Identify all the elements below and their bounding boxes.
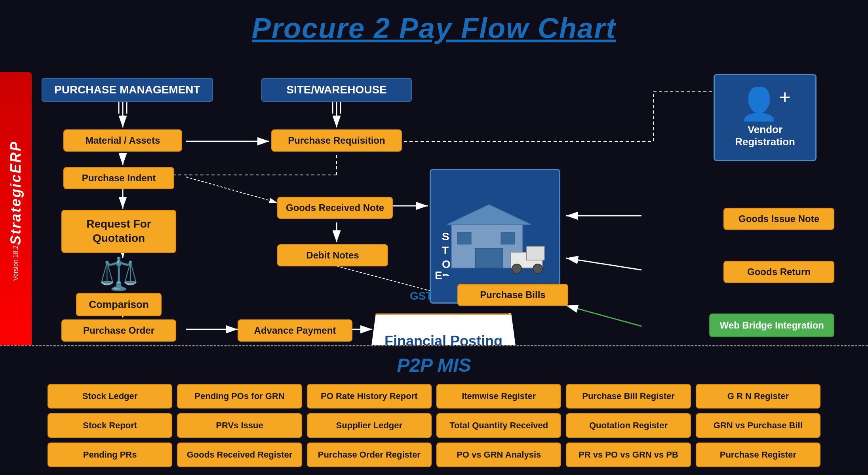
- goods-issue-note-box[interactable]: Goods Issue Note: [723, 208, 834, 230]
- logo-text: StrategicERP: [8, 141, 24, 245]
- p2p-item-7[interactable]: PRVs Issue: [177, 413, 302, 438]
- p2p-item-14[interactable]: Purchase Order Register: [307, 443, 432, 467]
- rfq-label: Request For Quotation: [72, 217, 166, 246]
- vendor-icon: 👤+: [739, 87, 790, 120]
- p2p-item-16[interactable]: PR vs PO vs GRN vs PB: [566, 443, 691, 467]
- main-container: Procure 2 Pay Flow Chart StrategicERP Ve…: [0, 0, 868, 475]
- p2p-item-8[interactable]: Supplier Ledger: [307, 413, 432, 438]
- comparison-label[interactable]: Comparison: [76, 293, 162, 316]
- p2p-grid: Stock LedgerPending POs for GRNPO Rate H…: [40, 384, 828, 467]
- svg-line-29: [566, 258, 641, 270]
- p2p-item-6[interactable]: Stock Report: [48, 413, 172, 438]
- p2p-item-13[interactable]: Goods Received Register: [177, 443, 302, 467]
- svg-text:T: T: [442, 244, 449, 256]
- advance-payment-box[interactable]: Advance Payment: [238, 319, 352, 342]
- p2p-section: P2P MIS Stock LedgerPending POs for GRNP…: [0, 345, 868, 475]
- p2p-item-11[interactable]: GRN vs Purchase Bill: [696, 413, 820, 438]
- p2p-item-10[interactable]: Quotation Register: [566, 413, 691, 438]
- svg-rect-38: [475, 248, 503, 268]
- svg-point-44: [533, 264, 542, 274]
- rfq-box[interactable]: Request For Quotation: [61, 210, 176, 253]
- svg-rect-40: [501, 232, 515, 244]
- version-text: Version 18.2: [12, 245, 19, 281]
- p2p-item-17[interactable]: Purchase Register: [696, 443, 820, 467]
- flowchart: StrategicERP Version 18.2: [0, 52, 868, 377]
- title-area: Procure 2 Pay Flow Chart: [0, 0, 868, 52]
- p2p-item-1[interactable]: Pending POs for GRN: [177, 384, 302, 408]
- svg-line-33: [186, 177, 277, 203]
- svg-rect-39: [457, 232, 471, 244]
- svg-marker-37: [447, 205, 531, 224]
- gst-label: GST: [410, 290, 433, 302]
- vendor-registration-label: Vendor Registration: [723, 124, 807, 148]
- scales-icon: ⚖️: [99, 258, 139, 290]
- svg-point-43: [512, 264, 522, 274]
- svg-rect-42: [527, 246, 544, 260]
- store-box: S T O R E: [430, 169, 560, 304]
- p2p-item-9[interactable]: Total Quantity Received: [436, 413, 561, 438]
- main-title: Procure 2 Pay Flow Chart: [0, 12, 868, 44]
- p2p-title: P2P MIS: [40, 354, 828, 376]
- site-warehouse-header: SITE/WAREHOUSE: [261, 78, 412, 102]
- purchase-management-header: PURCHASE MANAGEMENT: [42, 78, 213, 102]
- goods-received-note-box[interactable]: Goods Received Note: [277, 197, 393, 219]
- purchase-requisition-box[interactable]: Purchase Requisition: [271, 129, 402, 152]
- p2p-item-4[interactable]: Purchase Bill Register: [566, 384, 691, 408]
- p2p-item-5[interactable]: G R N Register: [696, 384, 820, 408]
- web-bridge-box[interactable]: Web Bridge Integration: [709, 314, 834, 337]
- strategic-erp-logo: StrategicERP Version 18.2: [0, 72, 32, 349]
- purchase-bills-box[interactable]: Purchase Bills: [457, 284, 568, 306]
- debit-notes-box[interactable]: Debit Notes: [277, 244, 388, 266]
- warehouse-icon: S T O R: [440, 197, 550, 276]
- purchase-indent-box[interactable]: Purchase Indent: [63, 167, 174, 189]
- svg-text:S: S: [442, 230, 449, 243]
- p2p-item-15[interactable]: PO vs GRN Analysis: [436, 443, 561, 467]
- vendor-registration-box[interactable]: 👤+ Vendor Registration: [714, 74, 817, 161]
- material-assets-box[interactable]: Material / Assets: [63, 129, 182, 152]
- svg-text:R: R: [442, 272, 450, 276]
- goods-return-box[interactable]: Goods Return: [723, 261, 834, 283]
- p2p-item-2[interactable]: PO Rate History Report: [307, 384, 432, 408]
- purchase-order-box[interactable]: Purchase Order: [61, 319, 176, 342]
- svg-line-30: [566, 306, 641, 326]
- svg-text:O: O: [442, 258, 451, 270]
- p2p-item-0[interactable]: Stock Ledger: [48, 384, 172, 408]
- p2p-item-3[interactable]: Itemwise Register: [436, 384, 561, 408]
- comparison-area: ⚖️ Comparison: [61, 258, 176, 316]
- p2p-item-12[interactable]: Pending PRs: [48, 443, 172, 467]
